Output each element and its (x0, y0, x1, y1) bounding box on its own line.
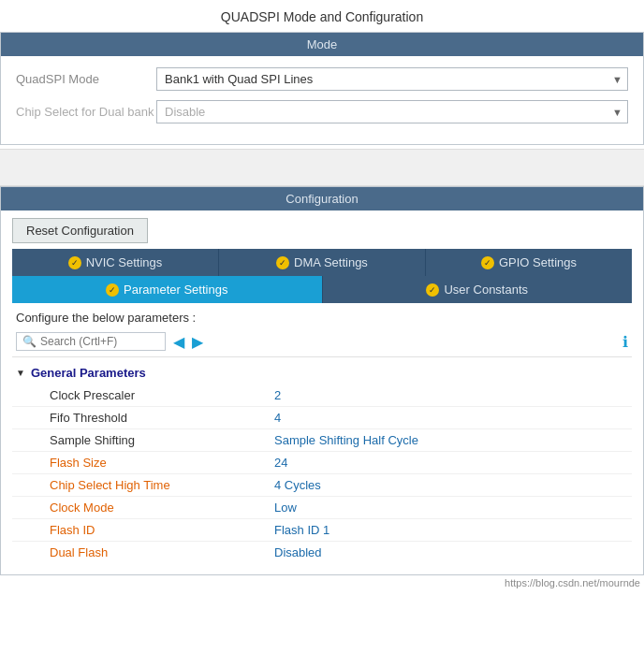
param-value-dual-flash: Disabled (274, 545, 322, 559)
param-name-fifo-threshold: Fifo Threshold (50, 411, 274, 425)
group-chevron-icon: ▼ (16, 368, 25, 378)
nvic-check-icon: ✓ (68, 256, 81, 269)
quadspi-mode-label: QuadSPI Mode (16, 72, 156, 86)
tab-gpio-label: GPIO Settings (499, 255, 577, 269)
param-row-clock-prescaler: Clock Prescaler 2 (12, 385, 632, 407)
param-row-chip-select-high-time: Chip Select High Time 4 Cycles (12, 474, 632, 497)
quadspi-mode-select[interactable]: Bank1 with Quad SPI Lines (156, 67, 628, 91)
chip-select-wrapper: Disable ▼ (156, 100, 628, 123)
search-input[interactable] (40, 335, 153, 348)
dma-check-icon: ✓ (276, 256, 289, 269)
param-row-dual-flash: Dual Flash Disabled (12, 542, 632, 563)
search-input-wrap: 🔍 (16, 332, 166, 351)
tab-nvic-label: NVIC Settings (86, 255, 163, 269)
search-bar: 🔍 ◀ ▶ ℹ (12, 328, 632, 357)
mode-header: Mode (1, 33, 643, 56)
config-header: Configuration (1, 187, 643, 210)
param-name-flash-id: Flash ID (50, 523, 274, 537)
param-row-clock-mode: Clock Mode Low (12, 497, 632, 519)
next-nav-icon[interactable]: ▶ (192, 333, 203, 351)
param-value-sample-shifting: Sample Shifting Half Cycle (274, 433, 418, 447)
param-name-flash-size: Flash Size (50, 456, 274, 470)
mode-section: Mode QuadSPI Mode Bank1 with Quad SPI Li… (0, 32, 644, 145)
chip-select-select[interactable]: Disable (156, 100, 628, 123)
params-section: ▼ General Parameters Clock Prescaler 2 F… (12, 357, 632, 567)
quadspi-mode-row: QuadSPI Mode Bank1 with Quad SPI Lines ▼ (16, 67, 628, 91)
tabs-row2: ✓ Parameter Settings ✓ User Constants (12, 276, 632, 303)
chip-select-row: Chip Select for Dual bank Disable ▼ (16, 100, 628, 123)
group-label: General Parameters (31, 366, 146, 380)
param-value-clock-prescaler: 2 (274, 388, 281, 402)
param-row-flash-size: Flash Size 24 (12, 452, 632, 474)
param-name-clock-prescaler: Clock Prescaler (50, 388, 274, 402)
tab-param-settings[interactable]: ✓ Parameter Settings (12, 276, 323, 303)
user-check-icon: ✓ (426, 283, 439, 297)
reset-config-button[interactable]: Reset Configuration (12, 218, 148, 243)
param-name-sample-shifting: Sample Shifting (50, 433, 274, 447)
chip-select-label: Chip Select for Dual bank (16, 105, 156, 119)
prev-nav-icon[interactable]: ◀ (173, 333, 184, 351)
info-icon[interactable]: ℹ (622, 333, 628, 351)
param-name-chip-select-high-time: Chip Select High Time (50, 478, 274, 492)
tab-user-label: User Constants (444, 283, 528, 297)
config-section: Configuration Reset Configuration ✓ NVIC… (0, 186, 644, 575)
param-value-fifo-threshold: 4 (274, 411, 281, 425)
param-value-chip-select-high-time: 4 Cycles (274, 478, 321, 492)
tab-gpio[interactable]: ✓ GPIO Settings (426, 249, 632, 276)
tab-dma[interactable]: ✓ DMA Settings (219, 249, 426, 276)
search-icon: 🔍 (22, 335, 37, 348)
spacer (0, 149, 644, 186)
param-row-fifo-threshold: Fifo Threshold 4 (12, 407, 632, 429)
param-check-icon: ✓ (106, 283, 119, 297)
configure-text: Configure the below parameters : (12, 303, 632, 328)
param-value-flash-id: Flash ID 1 (274, 523, 329, 537)
page-title: QUADSPI Mode and Configuration (0, 0, 644, 32)
tab-user-constants[interactable]: ✓ User Constants (323, 276, 633, 303)
param-name-clock-mode: Clock Mode (50, 501, 274, 515)
quadspi-mode-select-wrapper: Bank1 with Quad SPI Lines ▼ (156, 67, 628, 91)
watermark: https://blog.csdn.net/mournde (0, 575, 644, 590)
tab-dma-label: DMA Settings (294, 255, 368, 269)
param-row-flash-id: Flash ID Flash ID 1 (12, 519, 632, 542)
general-params-group[interactable]: ▼ General Parameters (12, 361, 632, 385)
gpio-check-icon: ✓ (481, 256, 494, 269)
param-value-flash-size: 24 (274, 456, 287, 470)
param-name-dual-flash: Dual Flash (50, 545, 274, 559)
tab-nvic[interactable]: ✓ NVIC Settings (12, 249, 219, 276)
tab-param-label: Parameter Settings (124, 283, 227, 297)
tabs-row1: ✓ NVIC Settings ✓ DMA Settings ✓ GPIO Se… (12, 249, 632, 276)
param-value-clock-mode: Low (274, 501, 297, 515)
param-row-sample-shifting: Sample Shifting Sample Shifting Half Cyc… (12, 429, 632, 452)
